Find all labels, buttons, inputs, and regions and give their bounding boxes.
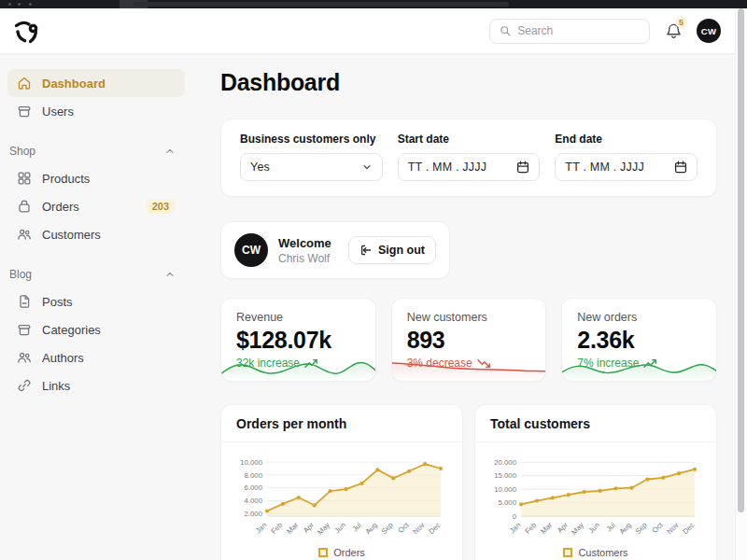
calendar-icon[interactable] [674, 161, 687, 174]
chart-title: Total customers [475, 405, 716, 442]
browser-control-icon[interactable] [8, 3, 11, 6]
notifications-button[interactable]: 5 [663, 21, 684, 41]
sidebar-item-label: Dashboard [42, 77, 176, 91]
sidebar-section-blog[interactable]: Blog [7, 265, 185, 284]
browser-control-icon[interactable] [18, 3, 21, 6]
svg-text:Jan: Jan [508, 521, 522, 535]
date-value: TT . MM . JJJJ [408, 161, 487, 174]
field-label: Business customers only [240, 133, 383, 146]
sidebar-item-links[interactable]: Links [7, 371, 185, 399]
select-value: Yes [250, 161, 270, 174]
sidebar-item-customers[interactable]: Customers [7, 220, 185, 248]
search-input[interactable] [517, 24, 640, 37]
notification-count-badge: 5 [675, 16, 687, 28]
svg-text:Apr: Apr [302, 521, 316, 535]
home-icon [17, 76, 32, 91]
user-avatar[interactable]: CW [697, 19, 721, 43]
svg-text:2.000: 2.000 [244, 510, 262, 518]
browser-chrome-bar [0, 0, 747, 8]
customers-line-chart: 05.00010.00015.00020.000JanFebMarAprMayJ… [483, 450, 709, 545]
link-icon [17, 378, 32, 393]
filter-business: Business customers only Yes [240, 133, 383, 181]
sidebar-item-label: Links [42, 379, 176, 393]
sidebar-item-users[interactable]: Users [7, 97, 185, 125]
svg-text:Aug: Aug [618, 521, 633, 536]
svg-text:Dec: Dec [427, 521, 442, 536]
svg-text:May: May [316, 521, 331, 537]
stat-card-revenue: Revenue $128.07k 32k increase [220, 298, 376, 382]
sidebar-item-label: Orders [42, 200, 135, 214]
sidebar-item-label: Customers [42, 228, 176, 242]
sidebar-section-shop[interactable]: Shop [7, 142, 185, 161]
stat-label: Revenue [236, 311, 360, 324]
chart-body: 2.0004.0006.0008.00010.000JanFebMarAprMa… [221, 442, 462, 560]
welcome-texts: Welcome Chris Wolf [278, 236, 331, 265]
stat-value: 2.36k [577, 327, 701, 354]
sidebar-item-label: Authors [42, 351, 176, 365]
sidebar-item-orders[interactable]: Orders 203 [7, 192, 185, 220]
svg-text:Feb: Feb [523, 521, 538, 536]
start-date-input[interactable]: TT . MM . JJJJ [398, 153, 541, 181]
stat-label: New customers [407, 311, 531, 324]
svg-text:Apr: Apr [556, 521, 570, 535]
calendar-icon[interactable] [516, 161, 529, 174]
chart-title: Orders per month [221, 405, 462, 442]
svg-text:10.000: 10.000 [240, 458, 263, 467]
chevron-up-icon [164, 269, 176, 280]
orders-line-chart: 2.0004.0006.0008.00010.000JanFebMarAprMa… [229, 450, 455, 545]
chart-legend: Orders [229, 545, 455, 560]
svg-text:Mar: Mar [285, 521, 300, 536]
svg-text:Nov: Nov [411, 521, 426, 536]
browser-control-icon[interactable] [29, 3, 32, 6]
svg-text:Oct: Oct [397, 520, 412, 535]
search-box[interactable] [489, 19, 650, 44]
section-label: Blog [9, 268, 32, 281]
svg-text:6.000: 6.000 [244, 483, 262, 492]
browser-address-bar[interactable] [134, 2, 509, 7]
business-customers-select[interactable]: Yes [240, 153, 383, 181]
welcome-avatar: CW [234, 233, 268, 267]
sidebar-item-label: Categories [42, 323, 176, 337]
chart-legend: Customers [483, 545, 709, 560]
sign-out-button[interactable]: Sign out [348, 236, 436, 264]
svg-text:Sep: Sep [380, 521, 396, 537]
sidebar: Dashboard Users Shop Products Orders 203 [0, 54, 220, 560]
sparkline-green [221, 357, 375, 381]
sidebar-item-products[interactable]: Products [7, 164, 185, 192]
svg-text:4.000: 4.000 [244, 497, 262, 505]
svg-text:Dec: Dec [681, 521, 696, 536]
sidebar-item-label: Products [42, 172, 176, 186]
svg-text:Nov: Nov [665, 521, 680, 536]
sidebar-item-posts[interactable]: Posts [7, 287, 185, 315]
section-label: Shop [9, 145, 35, 158]
chart-body: 05.00010.00015.00020.000JanFebMarAprMayJ… [475, 442, 716, 560]
svg-text:10.000: 10.000 [494, 485, 517, 494]
drawer-icon [17, 322, 32, 337]
stat-card-new-orders: New orders 2.36k 7% increase [561, 298, 717, 382]
page-title: Dashboard [220, 69, 717, 96]
legend-swatch [318, 548, 328, 557]
svg-text:8.000: 8.000 [244, 471, 262, 480]
people-icon [17, 227, 32, 242]
end-date-input[interactable]: TT . MM . JJJJ [555, 153, 698, 181]
stats-row: Revenue $128.07k 32k increase New custom… [220, 298, 717, 382]
sidebar-item-dashboard[interactable]: Dashboard [7, 69, 185, 97]
svg-text:May: May [570, 521, 585, 537]
logo-icon[interactable] [13, 16, 41, 46]
sidebar-item-label: Posts [42, 295, 176, 309]
chevron-up-icon [164, 146, 176, 157]
sidebar-item-categories[interactable]: Categories [7, 315, 185, 343]
legend-label: Customers [578, 547, 627, 558]
filters-card: Business customers only Yes Start date T… [220, 119, 717, 197]
svg-text:Oct: Oct [651, 520, 666, 535]
legend-swatch [563, 548, 572, 557]
search-icon [500, 24, 511, 37]
svg-text:Jun: Jun [587, 521, 601, 535]
app-header: 5 CW [0, 8, 747, 54]
sidebar-item-authors[interactable]: Authors [7, 343, 185, 371]
scrollbar-thumb[interactable] [738, 8, 744, 512]
svg-text:Jul: Jul [351, 521, 364, 534]
orders-count-badge: 203 [146, 199, 176, 214]
svg-text:15.000: 15.000 [494, 471, 517, 480]
svg-text:Jul: Jul [605, 521, 618, 534]
